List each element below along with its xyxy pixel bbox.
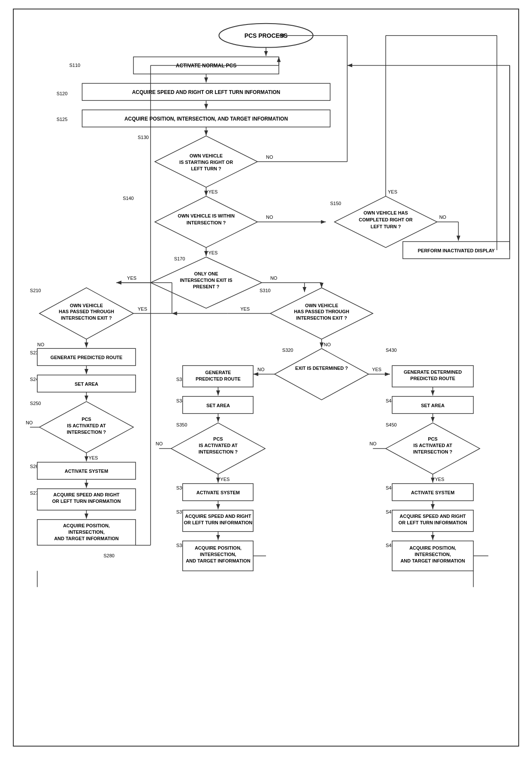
s210-text: OWN VEHICLE [70,303,103,308]
s140-text: OWN VEHICLE IS WITHIN [178,213,235,218]
s150-yes-label: YES [388,189,397,194]
s140-yes-label: YES [208,250,218,255]
s125-label: S125 [57,117,68,122]
s460-text: ACTIVATE SYSTEM [411,490,454,495]
s350-yes-label: YES [220,477,230,482]
s110-text: ACTIVATE NORMAL PCS [176,63,236,69]
s250-no-label: NO [26,420,33,425]
s310-yes-label: YES [240,306,250,311]
s320-no-label: NO [257,367,264,372]
s110-label: S110 [70,63,81,68]
s450-text3: INTERSECTION ? [413,449,453,454]
s380-text: ACQUIRE POSITION, [195,545,242,550]
s150-text: OWN VEHICLE HAS [363,210,408,215]
s450-text: PCS [428,436,438,441]
s120-label: S120 [57,91,68,96]
s440-text: SET AREA [421,403,444,408]
s150-no-label: NO [439,215,446,220]
s280-label: S280 [103,553,115,558]
s320-label: S320 [282,348,293,353]
s350-no-label: NO [156,441,163,446]
s210-text2: HAS PASSED THROUGH [59,309,114,314]
s350-text3: INTERSECTION ? [199,449,238,454]
s350-text: PCS [213,436,223,441]
s480-text3: AND TARGET INFORMATION [400,558,465,563]
s310-text2: HAS PASSED THROUGH [294,309,349,314]
s150-text2: COMPLETED RIGHT OR [359,217,412,222]
s130-no-label: NO [266,154,273,160]
s250-text2: IS ACTIVATED AT [67,423,106,428]
s170-label: S170 [174,256,185,261]
s125-text: ACQUIRE POSITION, INTERSECTION, AND TARG… [124,116,288,122]
s260-text: ACTIVATE SYSTEM [65,469,108,474]
s170-yes-label: YES [127,275,136,281]
s360-text: ACTIVATE SYSTEM [196,490,240,495]
s310-no-label: NO [324,342,331,347]
s310-text3: INTERSECTION EXIT ? [296,315,347,321]
s250-text3: INTERSECTION ? [67,429,106,435]
s330-text: GENERATE [205,370,231,375]
s430-label: S430 [386,348,397,353]
s170-text2: INTERSECTION EXIT IS [180,278,232,283]
s250-text: PCS [82,417,91,422]
s130-text3: LEFT TURN ? [191,166,221,171]
s130-text2: IS STARTING RIGHT OR [179,160,233,165]
s170-no-label: NO [270,275,277,281]
s210-label: S210 [30,288,41,293]
svg-marker-56 [275,348,369,400]
s310-label: S310 [260,288,271,293]
s450-yes-label: YES [435,477,444,482]
s270-text2: OR LEFT TURN INFORMATION [52,499,121,504]
s280-text3: AND TARGET INFORMATION [54,536,119,541]
s120-text: ACQUIRE SPEED AND RIGHT OR LEFT TURN INF… [132,89,281,95]
s380-text3: AND TARGET INFORMATION [186,558,251,563]
s470-text: ACQUIRE SPEED AND RIGHT [400,514,466,519]
s230-text: GENERATE PREDICTED ROUTE [51,355,123,360]
s150-text3: LEFT TURN ? [371,224,401,229]
s250-yes-label: YES [88,455,98,460]
s310-text: OWN VEHICLE [305,303,338,308]
s470-text2: OR LEFT TURN INFORMATION [399,520,467,525]
s350-label: S350 [176,422,187,427]
s370-text: ACQUIRE SPEED AND RIGHT [185,514,251,519]
s280-text2: INTERSECTION, [68,529,105,535]
s170-text: ONLY ONE [194,271,218,276]
s330-text2: PREDICTED ROUTE [196,376,241,381]
flowchart-container: PCS PROCESS S110 ACTIVATE NORMAL PCS S12… [13,9,519,747]
s430-text2: PREDICTED ROUTE [410,376,455,381]
svg-marker-75 [386,423,480,475]
s480-text: ACQUIRE POSITION, [409,545,456,550]
s450-no-label: NO [369,441,376,446]
s350-text2: IS ACTIVATED AT [199,443,238,448]
s450-label: S450 [386,422,397,427]
s250-label: S250 [30,401,41,406]
s380-text2: INTERSECTION, [200,552,236,557]
s370-text2: OR LEFT TURN INFORMATION [184,520,252,525]
s210-text3: INTERSECTION EXIT ? [61,315,112,321]
s270-text: ACQUIRE SPEED AND RIGHT [53,492,119,497]
s450-text2: IS ACTIVATED AT [413,443,452,448]
s170-text3: PRESENT ? [193,284,220,289]
s480-text2: INTERSECTION, [414,552,451,557]
s130-label: S130 [138,135,149,140]
s210-no-label: NO [37,342,44,347]
s130-yes-label: YES [208,189,218,194]
s340-text: SET AREA [206,403,230,408]
svg-marker-63 [171,423,265,475]
s160-text: PERFORM INACTIVATED DISPLAY [418,248,495,253]
s320-yes-label: YES [372,367,381,372]
s430-text: GENERATE DETERMINED [404,369,462,375]
s210-yes-label: YES [138,306,147,311]
s140-no-label: NO [266,215,273,220]
s320-text: EXIT IS DETERMINED ? [295,366,348,371]
s140-label: S140 [123,196,134,201]
s240-text: SET AREA [75,381,98,387]
s140-text2: INTERSECTION ? [187,220,226,225]
s280-text: ACQUIRE POSITION, [63,523,110,528]
s150-label: S150 [330,201,341,206]
s130-text: OWN VEHICLE [190,153,223,158]
